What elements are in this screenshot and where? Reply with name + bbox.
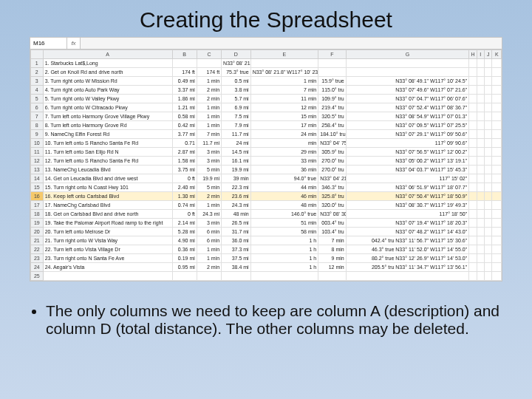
cell[interactable] [485,174,492,183]
cell[interactable]: 0.71 [172,139,197,148]
cell[interactable] [492,68,502,77]
cell[interactable] [477,263,484,272]
cell[interactable] [477,228,484,236]
cell[interactable] [172,272,197,281]
cell[interactable] [197,272,221,281]
cell[interactable]: 15 min [250,112,318,121]
cell[interactable]: 042.4° tru N33° 11' 56.7" W117° 15' 30.6… [346,236,469,245]
cell[interactable] [469,103,477,112]
cell[interactable]: 38.4 mi [222,263,251,272]
col-header-H[interactable]: H [469,50,477,59]
row-header[interactable]: 5 [31,95,44,103]
cell[interactable]: 44 min [250,183,318,192]
cell[interactable] [477,103,484,112]
cell[interactable]: 3 min [197,157,221,166]
cell[interactable]: 5 min [197,183,221,192]
cell[interactable]: 46.3° true N33° 11' 52.0" W117° 14' 55.0… [346,245,469,254]
cell[interactable]: 7.5 mi [222,112,251,121]
cell[interactable]: 22. Turn left onto Vista Village Dr [43,245,172,254]
cell[interactable]: N33° 04' 75.1" W [318,139,346,148]
cell[interactable] [492,174,502,183]
cell[interactable]: N33° 07' 50.4" W117° 18' 50.9" [346,192,469,201]
cell[interactable] [485,245,492,254]
cell[interactable]: 6. Turn right onto W Citracado Pkwy [43,103,172,112]
cell[interactable] [477,219,484,228]
cell[interactable]: 12. Turn left onto S Rancho Santa Fe Rd [43,157,172,166]
cell[interactable] [250,272,318,281]
cell[interactable] [469,183,477,192]
cell[interactable] [485,121,492,130]
cell[interactable]: 3 min [197,148,221,157]
cell[interactable] [469,166,477,174]
cell[interactable] [469,112,477,121]
cell[interactable]: 0.95 mi [172,263,197,272]
col-header-J[interactable]: J [485,50,492,59]
cell[interactable] [492,86,502,95]
cell[interactable] [485,59,492,68]
cell[interactable]: 6 min [197,228,221,236]
cell[interactable] [492,236,502,245]
cell[interactable] [469,201,477,210]
cell[interactable]: 8. Turn left onto Harmony Grove Rd [43,121,172,130]
cell[interactable] [197,59,221,68]
cell[interactable]: 174 ft [197,68,221,77]
row-header[interactable]: 13 [31,166,44,174]
cell[interactable]: 29 min [250,148,318,157]
row-header[interactable]: 23 [31,254,44,263]
cell[interactable]: 15.9° true [318,77,346,86]
cell[interactable] [492,139,502,148]
cell[interactable]: 3.75 mi [172,166,197,174]
cell[interactable]: 5.7 mi [222,95,251,103]
cell[interactable] [469,121,477,130]
cell[interactable] [492,112,502,121]
cell[interactable] [318,272,346,281]
cell[interactable]: 2 min [197,86,221,95]
cell[interactable]: 19.9 mi [222,166,251,174]
cell[interactable]: 11. Turn left onto San Elijo Rd N [43,148,172,157]
cell[interactable] [485,86,492,95]
row-header[interactable]: 18 [31,210,44,219]
cell[interactable]: 1 min [197,112,221,121]
cell[interactable] [485,272,492,281]
cell[interactable]: 51 min [250,219,318,228]
cell[interactable]: 2 min [197,192,221,201]
cell[interactable] [318,59,346,68]
cell[interactable] [492,59,502,68]
cell[interactable]: 2.87 mi [172,148,197,157]
cell[interactable] [477,59,484,68]
cell[interactable]: N33° 08' 21.8" W117° 10' 23.4" [250,68,318,77]
fx-icon[interactable]: fx [67,38,81,49]
cell[interactable] [477,192,484,201]
cell[interactable] [469,272,477,281]
cell[interactable]: 5.28 mi [172,228,197,236]
cell[interactable] [492,157,502,166]
cell[interactable]: 22.3 mi [222,183,251,192]
cell[interactable] [485,183,492,192]
cell[interactable] [477,210,484,219]
cell[interactable]: 21. Turn right onto W Vista Way [43,236,172,245]
cell[interactable]: 1 h [250,245,318,254]
cell[interactable] [485,263,492,272]
cell[interactable]: 23.6 mi [222,192,251,201]
cell[interactable]: 270.0° tru [318,157,346,166]
cell[interactable]: 305.9° tru [318,148,346,157]
cell[interactable] [477,245,484,254]
col-header-F[interactable]: F [318,50,346,59]
cell[interactable]: 24 min [250,130,318,139]
cell[interactable]: 0 ft [172,210,197,219]
cell[interactable]: 46 min [250,192,318,201]
cell[interactable] [477,166,484,174]
cell[interactable]: 48 min [222,210,251,219]
cell[interactable]: N33° 07' 04.7" W117° 06' 07.6" [346,95,469,103]
cell[interactable] [477,121,484,130]
cell[interactable] [485,166,492,174]
cell[interactable] [172,59,197,68]
cell[interactable] [492,272,502,281]
cell[interactable]: N33° 07' 19.4" W117° 18' 20.3" [346,219,469,228]
cell[interactable]: 80.2° true N33° 12' 26.9" W117° 14' 53.0… [346,254,469,263]
cell[interactable] [469,148,477,157]
cell[interactable]: 1.30 mi [172,192,197,201]
cell[interactable]: 117° 18' 50" [346,210,469,219]
cell[interactable]: 7 min [197,130,221,139]
cell[interactable] [477,183,484,192]
